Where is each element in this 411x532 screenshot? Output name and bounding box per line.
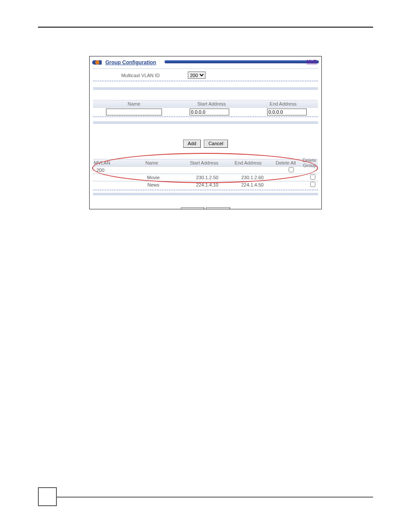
delete-all-checkbox[interactable]: [289, 167, 294, 172]
col-name: Name: [122, 160, 181, 165]
footer-rule: [57, 497, 373, 498]
separator: [93, 68, 318, 69]
table-row: News 224.1.4.10 224.1.4.50: [93, 181, 318, 189]
screenshot-panel: Group Configuration MVR Multicast VLAN I…: [89, 56, 322, 209]
separator: [93, 87, 318, 90]
col-delete-group: Delete Group: [302, 158, 318, 168]
col-mvlan: MVLAN: [93, 160, 122, 165]
delete-group-checkbox[interactable]: [310, 174, 315, 180]
cell-end: 230.1.2.60: [231, 175, 274, 180]
cancel-button[interactable]: Cancel: [204, 140, 228, 148]
end-address-input[interactable]: [267, 109, 307, 115]
cell-start: 224.1.4.10: [184, 182, 231, 187]
table-row: 200: [93, 167, 318, 174]
page-number-box: [38, 487, 57, 506]
header-start-address: Start Address: [175, 101, 248, 106]
add-cancel-row: Add Cancel: [90, 139, 321, 148]
multicast-vlan-select[interactable]: 200: [188, 72, 206, 79]
panel-title: Group Configuration: [105, 59, 156, 65]
mvr-link[interactable]: MVR: [307, 59, 317, 64]
col-delete-all: Delete All: [269, 160, 302, 165]
delete-button[interactable]: Delete: [181, 207, 204, 209]
header-name: Name: [93, 101, 175, 106]
title-fill-bar: [165, 60, 319, 63]
cell-name: News: [123, 182, 184, 187]
start-address-input[interactable]: [190, 109, 229, 115]
group-input-header: Name Start Address End Address: [93, 100, 318, 108]
group-input-row: [93, 109, 318, 115]
cell-name: Movie: [123, 175, 184, 180]
table-row: Movie 230.1.2.50 230.1.2.60: [93, 174, 318, 181]
cell-start: 230.1.2.50: [184, 175, 231, 180]
cancel-button[interactable]: Cancel: [206, 207, 230, 209]
separator: [93, 121, 318, 124]
separator: [93, 116, 318, 117]
name-input[interactable]: [106, 109, 162, 115]
multicast-vlan-label: Multicast VLAN ID: [93, 73, 188, 78]
col-end-address: End Address: [227, 160, 269, 165]
add-button[interactable]: Add: [183, 140, 201, 148]
groups-table-body: 200 Movie 230.1.2.50 230.1.2.60 News 224…: [93, 167, 318, 189]
delete-group-checkbox[interactable]: [310, 182, 315, 187]
delete-cancel-row: Delete Cancel: [90, 207, 321, 210]
cell-end: 224.1.4.50: [231, 182, 274, 187]
multicast-vlan-row: Multicast VLAN ID 200: [90, 70, 321, 80]
page-top-rule: [38, 27, 373, 28]
title-orb-icon: [92, 59, 102, 65]
panel-titlebar: Group Configuration: [92, 58, 319, 66]
separator: [93, 81, 318, 81]
col-start-address: Start Address: [181, 160, 227, 165]
separator: [93, 193, 318, 195]
groups-table-header: MVLAN Name Start Address End Address Del…: [93, 159, 318, 167]
cell-mvlan: 200: [93, 168, 123, 173]
separator: [93, 190, 318, 190]
header-end-address: End Address: [248, 101, 318, 106]
